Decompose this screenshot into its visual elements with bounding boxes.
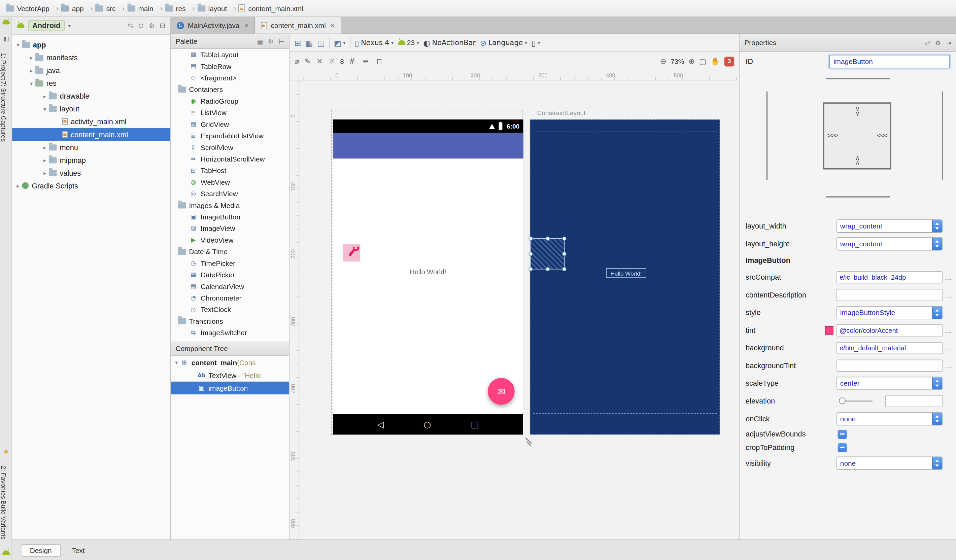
resize-handle-dot[interactable]	[528, 237, 533, 241]
anchor-dot[interactable]	[562, 252, 566, 256]
align-icon[interactable]: ≡	[363, 56, 369, 66]
property-dropdown[interactable]: wrap_content	[836, 237, 943, 250]
property-dropdown[interactable]: wrap_content	[836, 219, 943, 232]
property-input[interactable]	[836, 359, 943, 372]
autoconnect-icon[interactable]: ✎	[305, 56, 311, 66]
theme-button[interactable]: ◩ ▾	[334, 38, 346, 47]
breadcrumb-item[interactable]: content_main.xml	[239, 5, 310, 13]
clear-constraints-icon[interactable]: ✕	[316, 56, 323, 66]
palette-item[interactable]: ▤ CalendarView	[171, 280, 289, 292]
device-frame-button[interactable]: ▯ ▾	[531, 38, 540, 47]
tree-item[interactable]: ▸ manifests	[12, 51, 170, 64]
properties-settings-icon[interactable]: ⚙	[935, 39, 941, 46]
elevation-input[interactable]	[885, 395, 943, 407]
guidelines-icon[interactable]: ⊓	[376, 56, 382, 66]
stepper-icon[interactable]	[932, 220, 942, 232]
id-input[interactable]: imageButton	[829, 55, 950, 68]
palette-item[interactable]: ⊟ TabHost	[171, 165, 289, 176]
close-icon[interactable]: ×	[330, 22, 335, 29]
color-swatch[interactable]	[825, 326, 833, 334]
expand-arrow-icon[interactable]: ▾	[28, 80, 35, 86]
constraint-widget-box[interactable]: >>> <<< ∨ ∨ ∧ ∧	[823, 102, 892, 169]
editor-tab[interactable]: C MainActivity.java ×	[171, 17, 255, 34]
expand-arrow-icon[interactable]: ▸	[14, 182, 21, 188]
project-settings-icon[interactable]: ⚙	[149, 22, 155, 30]
anchor-dot[interactable]	[546, 237, 550, 241]
tree-item[interactable]: activity_main.xml	[12, 115, 170, 128]
api-selector[interactable]: 23 ▾	[398, 39, 419, 46]
palette-item[interactable]: ⇆ ImageSwitcher	[171, 327, 289, 338]
resize-handle-dot[interactable]	[528, 267, 533, 271]
tree-item[interactable]: content_main.xml	[12, 128, 170, 141]
slider-knob[interactable]	[839, 397, 846, 404]
palette-item[interactable]: Containers	[171, 83, 289, 95]
stepper-icon[interactable]	[932, 412, 942, 424]
property-dropdown[interactable]: none	[836, 456, 943, 470]
palette-item[interactable]: ▦ TableLayout	[171, 49, 289, 60]
palette-view-icon[interactable]: ▤	[257, 38, 263, 45]
imagebutton-widget-design[interactable]	[343, 244, 360, 262]
expand-arrow-icon[interactable]: ▾	[41, 106, 48, 112]
expand-arrow-icon[interactable]: ▸	[41, 169, 48, 176]
imagebutton-widget-blueprint[interactable]	[530, 238, 564, 269]
fab-email-button[interactable]: ✉	[488, 378, 515, 405]
actionbar-theme-button[interactable]: ◐ NoActionBar	[423, 38, 476, 47]
palette-item[interactable]: ≡ ListView	[171, 107, 289, 118]
textview-widget-blueprint[interactable]: Hello World!	[606, 268, 646, 278]
resize-handle-dot[interactable]	[562, 267, 566, 271]
ellipsis-button[interactable]: …	[943, 326, 954, 334]
property-dropdown[interactable]: none	[836, 412, 943, 425]
palette-item[interactable]: ▦ GridView	[171, 118, 289, 130]
breadcrumb-item[interactable]: layout	[197, 4, 236, 13]
device-selector[interactable]: ▯ Nexus 4 ▾	[355, 38, 393, 47]
palette-item[interactable]: ▤ TableRow	[171, 60, 289, 72]
palette-item[interactable]: ◴ TextClock	[171, 304, 289, 315]
resize-handle-dot[interactable]	[562, 237, 566, 241]
component-tree-item[interactable]: ▾ ⊞ content_main (Cons	[171, 356, 289, 369]
ellipsis-button[interactable]: …	[943, 291, 954, 298]
stepper-icon[interactable]	[932, 306, 942, 318]
palette-item[interactable]: Transitions	[171, 315, 289, 326]
blueprint-view-icon[interactable]: ◫	[317, 38, 324, 47]
palette-item[interactable]: ◎ SearchView	[171, 188, 289, 199]
expand-arrow-icon[interactable]: ▸	[41, 157, 48, 163]
breadcrumb-item[interactable]: res	[165, 4, 195, 13]
zoom-in-icon[interactable]: ⊕	[689, 56, 695, 66]
toggle-checkbox[interactable]	[838, 443, 847, 452]
component-tree-item[interactable]: Ab TextView – "Hello	[171, 369, 289, 382]
textview-widget-design[interactable]: Hello World!	[333, 268, 523, 276]
property-input[interactable]: e/btn_default_material	[836, 342, 943, 354]
tree-item[interactable]: ▸ values	[12, 166, 170, 179]
pan-tool-icon[interactable]: ✋	[711, 56, 720, 66]
expand-arrow-icon[interactable]: ▸	[28, 55, 35, 61]
palette-item[interactable]: Images & Media	[171, 199, 289, 211]
ellipsis-button[interactable]: …	[943, 273, 954, 281]
scroll-to-source-icon[interactable]: ⊙	[138, 22, 144, 30]
palette-item[interactable]: ⇕ ScrollView	[171, 141, 289, 153]
tool-window-button[interactable]: 1: Project	[0, 53, 8, 80]
constraint-widget[interactable]: >>> <<< ∨ ∨ ∧ ∧	[739, 73, 956, 214]
hide-properties-icon[interactable]: ⇥	[946, 39, 951, 46]
breadcrumb-item[interactable]: src	[95, 4, 125, 13]
tool-window-button[interactable]: 2: Favorites	[0, 466, 8, 499]
palette-item[interactable]: ≣ ExpandableListView	[171, 130, 289, 141]
anchor-dot[interactable]	[528, 252, 533, 256]
tree-item[interactable]: ▸ mipmap	[12, 154, 170, 166]
stepper-icon[interactable]	[932, 237, 942, 249]
expand-arrow-icon[interactable]: ▸	[28, 67, 35, 74]
property-dropdown[interactable]: center	[836, 376, 943, 390]
palette-dock-icon[interactable]: ⊢	[278, 38, 284, 45]
default-margin-value[interactable]: 8	[340, 58, 344, 65]
tree-item[interactable]: ▸ Gradle Scripts	[12, 179, 170, 192]
property-input[interactable]: @color/colorAccent	[836, 324, 943, 336]
tree-item[interactable]: ▾ layout	[12, 102, 170, 115]
palette-settings-icon[interactable]: ⚙	[268, 38, 274, 45]
editor-tab[interactable]: content_main.xml ×	[255, 17, 341, 34]
palette-item[interactable]: ◇ <fragment>	[171, 72, 289, 83]
breadcrumb-item[interactable]: main	[127, 4, 163, 13]
palette-item[interactable]: ◉ RadioGroup	[171, 95, 289, 107]
default-margins-icon[interactable]: #	[349, 56, 355, 66]
tool-window-button[interactable]: Build Variants	[0, 500, 8, 540]
expand-arrow-icon[interactable]: ▾	[173, 359, 180, 365]
tree-item[interactable]: ▸ java	[12, 64, 170, 77]
